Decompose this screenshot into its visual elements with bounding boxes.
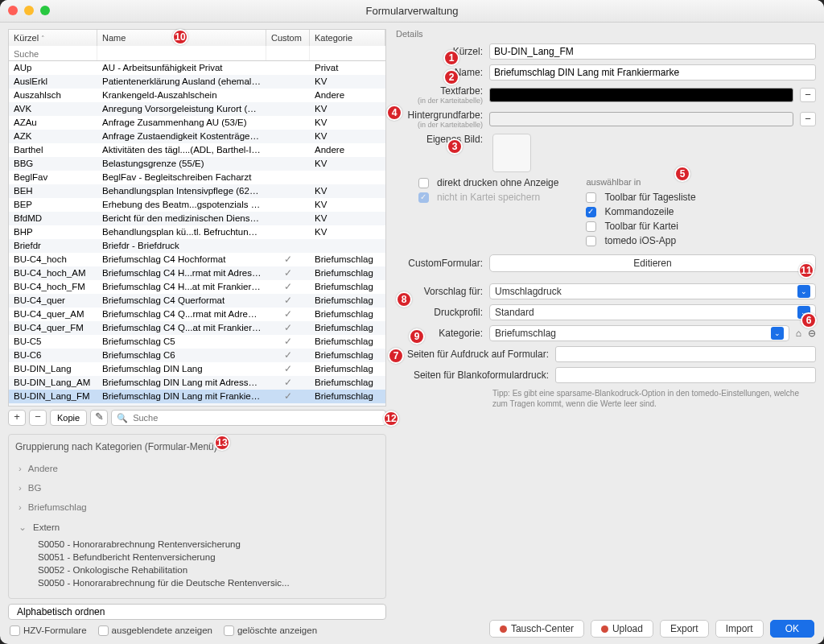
label-kurz: Kürzel: <box>396 46 483 57</box>
checkbox-hzv[interactable] <box>10 625 20 636</box>
table-row[interactable]: BU-C4_quer_FMBriefumschlag C4 Q...at mit… <box>9 321 385 335</box>
annotation-badge: 4 <box>386 105 402 121</box>
table-row[interactable]: BU-DIN_LangBriefumschlag DIN Lang✓Briefu… <box>9 362 385 376</box>
checkbox-toolbar-kartei[interactable] <box>586 221 596 232</box>
table-row[interactable]: AuszahlschKrankengeld-AuszahlscheinAnder… <box>9 89 385 102</box>
table-row[interactable]: BarthelAktivitäten des tägl....(ADL, Bar… <box>9 143 385 157</box>
table-row[interactable]: BU-DIN_Lang_FMBriefumschlag DIN Lang mit… <box>9 390 385 403</box>
copy-button[interactable]: Kopie <box>50 410 87 426</box>
dropdown-druckprofil[interactable]: Standard⌄ <box>489 304 816 320</box>
input-kurz[interactable] <box>489 43 816 60</box>
extern-sub-item[interactable]: S0050 - Honorarabrechnung für die Deutsc… <box>15 576 379 589</box>
bottom-options: HZV-Formulare ausgeblendete anzeigen gel… <box>10 625 317 636</box>
annotation-badge: 12 <box>383 411 399 427</box>
table-row[interactable]: BU-C4_hoch_AMBriefumschlag C4 H...rmat m… <box>9 266 385 280</box>
checkbox-direct-print[interactable] <box>418 178 429 188</box>
table-row[interactable]: BU-C4_hochBriefumschlag C4 Hochformat✓Br… <box>9 253 385 266</box>
table-row[interactable]: DABEDABE - DABE <box>9 403 385 407</box>
table-row[interactable]: BU-C4_hoch_FMBriefumschlag C4 H...at mit… <box>9 280 385 294</box>
col-kurz[interactable]: Kürzel ˄ <box>9 30 97 46</box>
ok-button[interactable]: OK <box>770 620 814 638</box>
minimize-icon[interactable] <box>24 6 34 15</box>
table-row[interactable]: AuslErklPatientenerklärung Ausland (ehem… <box>9 75 385 89</box>
add-button[interactable]: + <box>8 410 26 426</box>
table-row[interactable]: BU-DIN_Lang_AMBriefumschlag DIN Lang mit… <box>9 376 385 390</box>
filter-kat-input[interactable] <box>313 47 382 60</box>
group-item[interactable]: ›BG <box>15 478 379 497</box>
chevron-down-icon: ⌄ <box>19 522 27 533</box>
label-direct-print: direkt drucken ohne Anzeige <box>437 177 558 188</box>
checkbox-deleted[interactable] <box>224 625 234 636</box>
checkbox-toolbar-tag[interactable] <box>586 192 596 203</box>
table-row[interactable]: BEHBehandlungsplan Intensivpflege (62C/E… <box>9 184 385 198</box>
remove-button[interactable]: − <box>29 410 47 426</box>
label-no-save: nicht in Kartei speichern <box>437 192 540 203</box>
image-well[interactable] <box>492 134 531 172</box>
extern-sub-item[interactable]: S0050 - Honorarabrechnung Rentenversiche… <box>15 538 379 551</box>
import-button[interactable]: Import <box>715 620 764 638</box>
table-row[interactable]: AZKAnfrage Zustaendigkeit Kostenträger (… <box>9 130 385 143</box>
chevron-down-icon: ⌄ <box>771 327 784 340</box>
home-icon[interactable]: ⌂ <box>796 328 801 339</box>
annotation-badge: 3 <box>447 138 463 155</box>
label-hidden: ausgeblendete anzeigen <box>112 625 212 635</box>
label-seiten-aufdruck: Seiten für Aufdruck auf Formular: <box>396 349 549 360</box>
details-heading: Details <box>396 29 816 39</box>
filter-name-input[interactable] <box>101 47 262 60</box>
table-row[interactable]: BeglFavBeglFav - Begleitschreiben Fachar… <box>9 171 385 184</box>
table-row[interactable]: BfdMDBericht für den medizinischen Diens… <box>9 212 385 225</box>
extern-sub-item[interactable]: S0052 - Onkologische Rehabilitation <box>15 564 379 576</box>
label-toolbar-tag: Toolbar für Tagesliste <box>604 192 695 203</box>
input-seiten-blanko[interactable] <box>555 367 816 383</box>
table-row[interactable]: BBGBelastungsgrenze (55/E)KV <box>9 157 385 171</box>
label-kommando: Kommandozeile <box>604 206 674 217</box>
grouping-panel: Gruppierung nach Kategorien (Formular-Me… <box>8 434 386 599</box>
sort-alpha-button[interactable]: Alphabetisch ordnen <box>8 604 386 620</box>
table-row[interactable]: BU-C4_quer_AMBriefumschlag C4 Q...rmat m… <box>9 308 385 321</box>
close-icon[interactable] <box>8 6 18 15</box>
label-customform: CustomFormular: <box>396 258 483 269</box>
export-button[interactable]: Export <box>660 620 709 638</box>
bgcolor-swatch[interactable] <box>489 112 793 126</box>
textcolor-clear-button[interactable]: − <box>800 88 816 102</box>
checkbox-kommando[interactable] <box>586 207 596 217</box>
bag-icon <box>601 625 608 633</box>
chevron-right-icon: › <box>19 502 22 512</box>
table-row[interactable]: BU-C6Briefumschlag C6✓Briefumschlag <box>9 349 385 362</box>
search-input[interactable] <box>131 412 381 423</box>
search-box[interactable]: 🔍 <box>111 410 386 426</box>
filter-kurz-input[interactable] <box>12 47 93 60</box>
extern-sub-item[interactable]: S0051 - Befundbericht Rentenversicherung <box>15 551 379 564</box>
table-row[interactable]: BU-C5Briefumschlag C5✓Briefumschlag <box>9 335 385 349</box>
col-custom[interactable]: Custom <box>266 30 310 46</box>
group-item-extern[interactable]: ⌄Extern <box>15 517 379 538</box>
tausch-center-button[interactable]: Tausch-Center <box>489 620 584 638</box>
table-row[interactable]: BHPBehandlungsplan kü...tl. Befruchtung … <box>9 225 385 239</box>
dropdown-kategorie[interactable]: Briefumschlag⌄ <box>489 325 789 341</box>
dropdown-vorschlag[interactable]: Umschlagdruck⌄ <box>489 283 816 299</box>
input-seiten-aufdruck[interactable] <box>555 346 816 362</box>
tip-text: Tipp: Es gibt eine sparsame-Blankodruck-… <box>492 388 816 409</box>
upload-button[interactable]: Upload <box>591 620 653 638</box>
label-hzv: HZV-Formulare <box>23 625 87 635</box>
col-kategorie[interactable]: Kategorie <box>310 30 385 46</box>
group-item[interactable]: ›Briefumschlag <box>15 497 379 517</box>
table-row[interactable]: AUpAU - Arbeitsunfähigkeit PrivatPrivat <box>9 61 385 75</box>
table-row[interactable]: BriefdrBriefdr - Briefdruck <box>9 239 385 253</box>
filter-custom-input[interactable] <box>270 47 306 60</box>
checkbox-ios[interactable] <box>586 236 596 246</box>
table-row[interactable]: AVKAnregung Vorsorgeleistung Kurort (25/… <box>9 102 385 116</box>
textcolor-swatch[interactable] <box>489 88 793 102</box>
checkbox-hidden[interactable] <box>98 625 109 636</box>
zoom-icon[interactable] <box>40 6 50 15</box>
remove-category-button[interactable]: ⊖ <box>808 328 816 339</box>
table-row[interactable]: AZAuAnfrage Zusammenhang AU (53/E)KV <box>9 116 385 130</box>
edit-button[interactable]: Editieren <box>489 254 816 272</box>
filter-button[interactable]: ✎ <box>90 410 108 426</box>
group-item[interactable]: ›Andere <box>15 459 379 478</box>
table-row[interactable]: BU-C4_querBriefumschlag C4 Querformat✓Br… <box>9 294 385 308</box>
input-name[interactable] <box>489 64 816 80</box>
table-body[interactable]: AUpAU - Arbeitsunfähigkeit PrivatPrivatA… <box>8 60 386 407</box>
bgcolor-clear-button[interactable]: − <box>800 112 816 126</box>
table-row[interactable]: BEPErhebung des Beatm...gspotenzials (62… <box>9 198 385 212</box>
